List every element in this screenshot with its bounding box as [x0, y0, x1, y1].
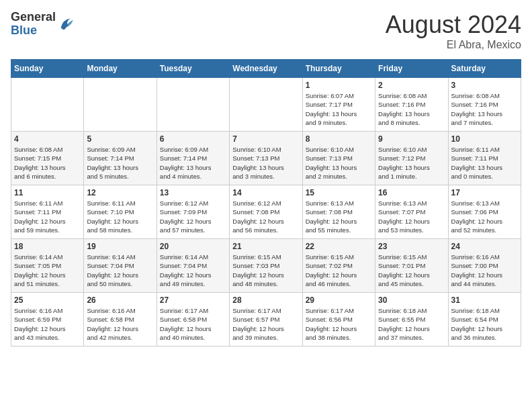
calendar-cell: 10Sunrise: 6:11 AM Sunset: 7:11 PM Dayli… [448, 132, 521, 185]
day-info: Sunrise: 6:15 AM Sunset: 7:03 PM Dayligh… [232, 253, 299, 288]
day-info: Sunrise: 6:15 AM Sunset: 7:01 PM Dayligh… [378, 253, 445, 288]
day-info: Sunrise: 6:08 AM Sunset: 7:16 PM Dayligh… [451, 91, 518, 127]
day-info: Sunrise: 6:07 AM Sunset: 7:17 PM Dayligh… [306, 91, 372, 127]
day-number: 19 [87, 242, 153, 251]
day-number: 22 [306, 242, 372, 251]
day-number: 31 [451, 295, 518, 305]
day-info: Sunrise: 6:18 AM Sunset: 6:55 PM Dayligh… [378, 306, 445, 342]
day-info: Sunrise: 6:18 AM Sunset: 6:54 PM Dayligh… [451, 306, 518, 342]
calendar-cell: 30Sunrise: 6:18 AM Sunset: 6:55 PM Dayli… [375, 293, 448, 347]
calendar-cell: 29Sunrise: 6:17 AM Sunset: 6:56 PM Dayli… [302, 293, 375, 347]
day-number: 5 [87, 134, 153, 144]
day-of-week-header: Friday [375, 60, 448, 78]
calendar-cell: 13Sunrise: 6:12 AM Sunset: 7:09 PM Dayli… [157, 185, 229, 239]
calendar-cell: 8Sunrise: 6:10 AM Sunset: 7:13 PM Daylig… [302, 132, 375, 185]
day-info: Sunrise: 6:13 AM Sunset: 7:06 PM Dayligh… [451, 199, 518, 234]
calendar-week-row: 11Sunrise: 6:11 AM Sunset: 7:11 PM Dayli… [11, 185, 521, 239]
calendar-cell: 27Sunrise: 6:17 AM Sunset: 6:58 PM Dayli… [157, 293, 229, 347]
location-subtitle: El Abra, Mexico [386, 39, 521, 51]
day-of-week-header: Monday [84, 60, 157, 78]
day-number: 25 [14, 295, 81, 305]
day-info: Sunrise: 6:09 AM Sunset: 7:14 PM Dayligh… [87, 145, 153, 181]
day-number: 7 [232, 134, 299, 144]
day-info: Sunrise: 6:16 AM Sunset: 6:58 PM Dayligh… [87, 306, 153, 342]
calendar-cell: 18Sunrise: 6:14 AM Sunset: 7:05 PM Dayli… [11, 239, 84, 293]
day-number: 30 [378, 295, 445, 305]
calendar-cell [84, 78, 157, 132]
day-info: Sunrise: 6:11 AM Sunset: 7:11 PM Dayligh… [451, 145, 518, 181]
logo-bird-icon [57, 15, 76, 34]
day-number: 9 [378, 134, 445, 144]
day-of-week-header: Tuesday [157, 60, 229, 78]
day-of-week-header: Wednesday [230, 60, 302, 78]
calendar-cell [11, 78, 84, 132]
day-info: Sunrise: 6:10 AM Sunset: 7:13 PM Dayligh… [306, 145, 372, 181]
calendar-cell: 9Sunrise: 6:10 AM Sunset: 7:12 PM Daylig… [375, 132, 448, 185]
day-number: 10 [451, 134, 518, 144]
day-number: 2 [378, 81, 445, 90]
calendar-cell: 23Sunrise: 6:15 AM Sunset: 7:01 PM Dayli… [375, 239, 448, 293]
day-info: Sunrise: 6:08 AM Sunset: 7:15 PM Dayligh… [14, 145, 81, 181]
calendar-cell: 6Sunrise: 6:09 AM Sunset: 7:14 PM Daylig… [157, 132, 229, 185]
month-year-title: August 2024 [386, 11, 521, 39]
calendar-cell: 31Sunrise: 6:18 AM Sunset: 6:54 PM Dayli… [448, 293, 521, 347]
day-number: 26 [87, 295, 153, 305]
calendar-cell: 15Sunrise: 6:13 AM Sunset: 7:08 PM Dayli… [302, 185, 375, 239]
day-number: 4 [14, 134, 81, 144]
calendar-cell: 5Sunrise: 6:09 AM Sunset: 7:14 PM Daylig… [84, 132, 157, 185]
day-number: 12 [87, 188, 153, 197]
calendar-week-row: 1Sunrise: 6:07 AM Sunset: 7:17 PM Daylig… [11, 78, 521, 132]
day-number: 13 [160, 188, 226, 197]
day-number: 17 [451, 188, 518, 197]
day-of-week-header: Thursday [302, 60, 375, 78]
day-info: Sunrise: 6:12 AM Sunset: 7:08 PM Dayligh… [232, 199, 299, 234]
calendar-week-row: 25Sunrise: 6:16 AM Sunset: 6:59 PM Dayli… [11, 293, 521, 347]
calendar-cell: 25Sunrise: 6:16 AM Sunset: 6:59 PM Dayli… [11, 293, 84, 347]
day-number: 8 [306, 134, 372, 144]
day-info: Sunrise: 6:13 AM Sunset: 7:08 PM Dayligh… [306, 199, 372, 234]
day-info: Sunrise: 6:14 AM Sunset: 7:05 PM Dayligh… [14, 253, 81, 288]
page-header: General Blue August 2024 El Abra, Mexico [11, 11, 521, 51]
day-info: Sunrise: 6:14 AM Sunset: 7:04 PM Dayligh… [160, 253, 226, 288]
days-of-week-row: SundayMondayTuesdayWednesdayThursdayFrid… [11, 60, 521, 78]
calendar-cell: 2Sunrise: 6:08 AM Sunset: 7:16 PM Daylig… [375, 78, 448, 132]
day-number: 20 [160, 242, 226, 251]
day-number: 16 [378, 188, 445, 197]
day-number: 28 [232, 295, 299, 305]
calendar-cell: 1Sunrise: 6:07 AM Sunset: 7:17 PM Daylig… [302, 78, 375, 132]
calendar-cell: 28Sunrise: 6:17 AM Sunset: 6:57 PM Dayli… [230, 293, 302, 347]
day-of-week-header: Sunday [11, 60, 84, 78]
calendar-cell: 7Sunrise: 6:10 AM Sunset: 7:13 PM Daylig… [230, 132, 302, 185]
day-info: Sunrise: 6:17 AM Sunset: 6:56 PM Dayligh… [306, 306, 372, 342]
day-info: Sunrise: 6:12 AM Sunset: 7:09 PM Dayligh… [160, 199, 226, 234]
day-info: Sunrise: 6:10 AM Sunset: 7:13 PM Dayligh… [232, 145, 299, 181]
calendar-table: SundayMondayTuesdayWednesdayThursdayFrid… [11, 59, 521, 347]
day-info: Sunrise: 6:15 AM Sunset: 7:02 PM Dayligh… [306, 253, 372, 288]
day-number: 14 [232, 188, 299, 197]
day-number: 15 [306, 188, 372, 197]
day-info: Sunrise: 6:17 AM Sunset: 6:57 PM Dayligh… [232, 306, 299, 342]
day-info: Sunrise: 6:16 AM Sunset: 6:59 PM Dayligh… [14, 306, 81, 342]
day-number: 6 [160, 134, 226, 144]
calendar-cell: 20Sunrise: 6:14 AM Sunset: 7:04 PM Dayli… [157, 239, 229, 293]
day-number: 27 [160, 295, 226, 305]
calendar-header: SundayMondayTuesdayWednesdayThursdayFrid… [11, 60, 521, 78]
calendar-cell: 19Sunrise: 6:14 AM Sunset: 7:04 PM Dayli… [84, 239, 157, 293]
calendar-cell: 12Sunrise: 6:11 AM Sunset: 7:10 PM Dayli… [84, 185, 157, 239]
day-number: 21 [232, 242, 299, 251]
day-number: 11 [14, 188, 81, 197]
day-info: Sunrise: 6:11 AM Sunset: 7:10 PM Dayligh… [87, 199, 153, 234]
calendar-cell: 14Sunrise: 6:12 AM Sunset: 7:08 PM Dayli… [230, 185, 302, 239]
day-number: 23 [378, 242, 445, 251]
logo-text: General Blue [11, 11, 56, 38]
calendar-cell: 21Sunrise: 6:15 AM Sunset: 7:03 PM Dayli… [230, 239, 302, 293]
calendar-cell: 3Sunrise: 6:08 AM Sunset: 7:16 PM Daylig… [448, 78, 521, 132]
day-info: Sunrise: 6:14 AM Sunset: 7:04 PM Dayligh… [87, 253, 153, 288]
day-info: Sunrise: 6:08 AM Sunset: 7:16 PM Dayligh… [378, 91, 445, 127]
day-info: Sunrise: 6:09 AM Sunset: 7:14 PM Dayligh… [160, 145, 226, 181]
day-info: Sunrise: 6:11 AM Sunset: 7:11 PM Dayligh… [14, 199, 81, 234]
logo: General Blue [11, 11, 76, 38]
calendar-cell [230, 78, 302, 132]
title-block: August 2024 El Abra, Mexico [386, 11, 521, 51]
day-info: Sunrise: 6:13 AM Sunset: 7:07 PM Dayligh… [378, 199, 445, 234]
